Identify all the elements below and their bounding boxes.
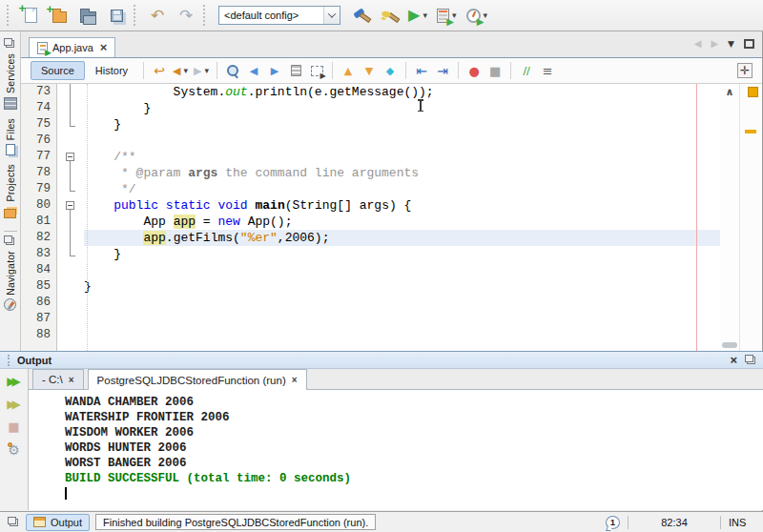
fold-column[interactable] (57, 197, 84, 214)
profile-project-button[interactable]: ▾ (464, 3, 491, 28)
toolbar-grip[interactable] (134, 5, 139, 26)
build-project-button[interactable] (348, 3, 373, 28)
uncomment-button[interactable]: ≡ (538, 61, 557, 80)
code-line-76[interactable]: 76 (21, 133, 720, 149)
code-line-86[interactable]: 86 (21, 295, 720, 311)
maximize-window-icon[interactable] (744, 39, 754, 49)
rerun-with-different-parameters-button[interactable]: ▶▶ (4, 394, 25, 414)
output-panel: Output × ▶▶▶▶■⚙ - C:\×PostgreSQLJDBCStor… (0, 351, 763, 511)
output-tab[interactable]: PostgreSQLJDBCStoredFunction (run)× (88, 369, 307, 390)
source-view-button[interactable]: Source (31, 61, 85, 80)
config-combobox[interactable]: <default config> (218, 6, 340, 25)
new-file-button[interactable] (18, 3, 43, 28)
comment-button[interactable]: // (517, 61, 536, 80)
sidebar-item-projects[interactable]: Projects (4, 164, 16, 218)
float-window-icon[interactable] (747, 357, 755, 364)
code-text: } (84, 246, 720, 262)
code-line-81[interactable]: 81 App app = new App(); (21, 214, 720, 230)
stop-macro-recording-button[interactable]: ■ (485, 61, 505, 80)
history-view-button[interactable]: History (85, 61, 138, 80)
open-project-button[interactable] (75, 3, 100, 28)
start-macro-recording-button[interactable]: ● (464, 61, 484, 80)
rerun-button[interactable]: ▶▶ (4, 371, 25, 391)
line-number: 88 (21, 327, 57, 343)
close-tab-button[interactable]: × (100, 43, 108, 52)
dock-window-icon[interactable] (6, 40, 14, 48)
code-line-88[interactable]: 88 (21, 327, 720, 343)
fold-column[interactable] (57, 149, 84, 165)
toggle-rectangular-selection-button[interactable] (307, 61, 326, 80)
dropdown-arrow-icon[interactable]: ▾ (205, 66, 210, 75)
last-edit-location-button[interactable]: ↩ (150, 61, 169, 80)
dock-window-icon[interactable] (6, 237, 14, 245)
scrollbar-thumb[interactable] (722, 342, 737, 348)
line-number: 78 (21, 165, 57, 181)
code-line-82[interactable]: 82 app.getFilms("%er",2006); (21, 230, 720, 246)
code-line-75[interactable]: 75 } (21, 116, 720, 133)
notifications-icon[interactable]: 1 (606, 516, 620, 529)
build-settings-button[interactable]: ⚙ (4, 440, 25, 460)
sidebar-item-files[interactable]: Files (5, 118, 16, 155)
warning-mark[interactable] (745, 130, 756, 133)
dropdown-arrow-icon[interactable]: ▾ (184, 66, 189, 75)
scroll-tabs-right-icon[interactable]: ▶ (711, 38, 718, 49)
toggle-highlight-search-button[interactable] (286, 61, 305, 80)
error-stripe-status-icon[interactable] (748, 87, 758, 97)
drag-grip-icon[interactable] (8, 355, 11, 366)
output-tab[interactable]: - C:\× (32, 369, 84, 389)
toolbar-grip[interactable] (203, 5, 209, 26)
close-output-button[interactable]: × (730, 353, 737, 367)
code-line-74[interactable]: 74 } (21, 100, 720, 116)
clean-build-project-button[interactable] (377, 3, 402, 28)
code-line-78[interactable]: 78 * @param args the command line argume… (21, 165, 720, 181)
scroll-up-icon[interactable]: ∧ (720, 86, 739, 98)
toggle-bookmark-button[interactable]: ◆ (381, 61, 400, 80)
code-line-87[interactable]: 87 (21, 311, 720, 327)
debug-project-button[interactable]: ▾ (434, 3, 460, 28)
scroll-tabs-left-icon[interactable]: ◀ (694, 38, 702, 49)
code-editor[interactable]: 73 System.out.println(e.getMessage());74… (21, 84, 762, 351)
undo-button[interactable]: ↶ (145, 3, 170, 28)
previous-bookmark-button[interactable]: ▲ (339, 61, 358, 80)
dock-window-icon[interactable] (10, 519, 18, 526)
code-line-83[interactable]: 83 } (21, 246, 720, 262)
find-next-occurrence-button[interactable]: ▶ (265, 61, 284, 80)
editor-vertical-scrollbar[interactable]: ∧ (720, 84, 739, 351)
code-line-80[interactable]: 80 public static void main(String[] args… (21, 197, 720, 214)
output-panel-toggle-button[interactable]: Output (26, 514, 90, 531)
back-button[interactable]: ◀▾ (171, 61, 190, 80)
code-line-77[interactable]: 77 /** (21, 149, 720, 165)
find-next-occurrence-icon: ▶ (271, 66, 278, 76)
collapse-fold-icon[interactable] (66, 201, 74, 210)
find-selection-button[interactable] (223, 61, 242, 80)
stop-build-button[interactable]: ■ (4, 417, 25, 437)
error-stripe[interactable] (739, 84, 762, 351)
collapse-fold-icon[interactable] (66, 153, 74, 161)
code-line-84[interactable]: 84 (21, 262, 720, 278)
run-project-button[interactable]: ▶▾ (405, 3, 430, 28)
split-editor-button[interactable]: ✛ (737, 63, 753, 78)
next-bookmark-button[interactable]: ▼ (360, 61, 379, 80)
close-output-tab-button[interactable]: × (69, 375, 74, 385)
dropdown-arrow-icon[interactable]: ▾ (423, 10, 427, 20)
shift-line-left-button[interactable]: ⇤ (412, 61, 431, 80)
code-line-73[interactable]: 73 System.out.println(e.getMessage()); (21, 84, 720, 100)
new-project-button[interactable] (47, 3, 72, 28)
forward-button[interactable]: ▶▾ (192, 61, 211, 80)
combobox-dropdown-icon[interactable] (323, 7, 340, 24)
find-previous-occurrence-button[interactable]: ◀ (244, 61, 263, 80)
toolbar-grip[interactable] (7, 5, 12, 26)
shift-line-right-button[interactable]: ⇥ (433, 61, 452, 80)
code-line-79[interactable]: 79 */ (21, 181, 720, 197)
code-line-85[interactable]: 85} (21, 278, 720, 295)
tab-app-java[interactable]: App.java × (29, 37, 115, 57)
status-message: Finished building PostgreSQLJDBCStoredFu… (95, 514, 376, 530)
sidebar-item-navigator[interactable]: Navigator (4, 251, 16, 312)
sidebar-item-services[interactable]: Services (4, 53, 17, 110)
close-output-tab-button[interactable]: × (292, 375, 298, 385)
tab-list-dropdown-icon[interactable]: ▼ (728, 39, 734, 49)
output-console[interactable]: WANDA CHAMBER 2006WATERSHIP FRONTIER 200… (29, 390, 763, 510)
redo-button[interactable]: ↷ (174, 3, 198, 28)
config-combobox-value: <default config> (219, 10, 323, 21)
save-all-button[interactable] (104, 3, 129, 28)
